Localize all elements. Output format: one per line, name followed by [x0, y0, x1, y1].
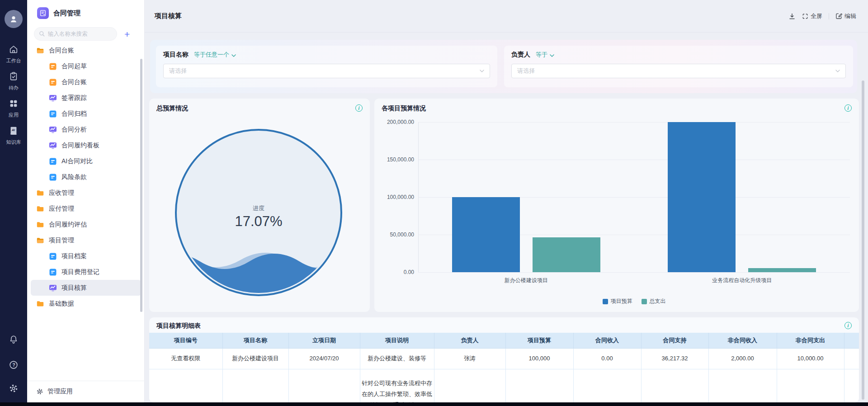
y-axis-tick-label: 200,000.00 — [376, 119, 414, 125]
fullscreen-button[interactable]: 全屏 — [802, 12, 822, 20]
sidebar-header: 合同管理 — [37, 7, 80, 19]
filter-operator-dropdown[interactable]: 等于 — [536, 51, 554, 59]
table-cell — [777, 369, 844, 402]
legend-item-项目预算[interactable]: 项目预算 — [603, 297, 632, 305]
page-header: 项目核算 全屏 编辑 — [145, 0, 868, 33]
filter-value-select[interactable]: 请选择 — [163, 64, 490, 78]
doc-icon — [49, 110, 57, 118]
legend-item-总支出[interactable]: 总支出 — [642, 297, 666, 305]
sidebar-item-label: AI合同对比 — [61, 157, 93, 165]
fullscreen-label: 全屏 — [811, 12, 822, 20]
y-axis-line — [418, 122, 419, 272]
knowledge-icon: AI — [9, 129, 19, 137]
sidebar-item-label: 合同分析 — [61, 126, 87, 134]
svg-text:AI: AI — [11, 128, 15, 132]
avatar[interactable] — [5, 10, 23, 28]
help-button[interactable]: ? — [0, 360, 27, 372]
help-icon: ? — [9, 360, 19, 372]
edit-icon — [835, 13, 842, 19]
manage-app-button[interactable]: 管理应用 — [27, 381, 145, 401]
sidebar-item-应收管理[interactable]: 应收管理 — [31, 185, 141, 201]
sidebar-item-AI合同对比[interactable]: AI合同对比 — [31, 153, 141, 169]
sidebar-item-项目档案[interactable]: 项目档案 — [31, 248, 141, 264]
filter-operator-label: 等于 — [536, 51, 547, 59]
sidebar-item-签署跟踪[interactable]: 签署跟踪 — [31, 90, 141, 106]
chevron-down-icon — [231, 52, 236, 58]
settings-button[interactable] — [0, 383, 27, 395]
sidebar-item-label: 合同起草 — [61, 62, 87, 71]
chart-icon — [49, 94, 57, 102]
rail-item-home[interactable]: 工作台 — [0, 44, 27, 64]
filter-field-label: 负责人 — [511, 51, 530, 59]
y-axis-tick-label: 150,000.00 — [376, 156, 414, 163]
bar-总支出-新办公楼建设项目 — [533, 237, 600, 272]
sidebar-item-合同履约评估[interactable]: 合同履约评估 — [31, 217, 141, 232]
filter-value-select[interactable]: 请选择 — [511, 64, 846, 78]
page-scrollbar[interactable] — [862, 80, 864, 400]
sidebar-item-label: 合同归档 — [61, 110, 87, 118]
sidebar-item-项目管理[interactable]: 项目管理 — [31, 232, 141, 248]
bell-icon — [9, 335, 19, 346]
y-axis-tick-label: 0.00 — [376, 269, 414, 275]
sidebar-item-label: 签署跟踪 — [61, 94, 87, 102]
sidebar-item-项目核算[interactable]: 项目核算 — [31, 280, 141, 296]
filter-field-label: 项目名称 — [163, 51, 189, 59]
column-header: 立项日期 — [288, 333, 360, 348]
svg-text:?: ? — [13, 363, 15, 368]
table-cell: 2,000.00 — [708, 348, 777, 369]
bell-button[interactable] — [0, 335, 27, 346]
header-divider — [829, 13, 829, 19]
rail-item-knowledge[interactable]: AI知识库 — [0, 126, 27, 146]
info-icon[interactable]: i — [844, 104, 852, 112]
search-input[interactable]: 输入名称来搜索 — [34, 27, 117, 41]
sidebar-item-合同起草[interactable]: 合同起草 — [31, 58, 141, 74]
doc-icon — [49, 62, 57, 71]
column-header: 合同收入 — [573, 333, 641, 348]
gear-icon — [36, 388, 43, 395]
card-title: 各项目预算情况 — [382, 104, 426, 113]
sidebar-item-应付管理[interactable]: 应付管理 — [31, 201, 141, 217]
doc-icon — [49, 78, 57, 86]
table-cell: 张涛 — [434, 348, 505, 369]
sidebar-item-基础数据[interactable]: 基础数据 — [31, 296, 141, 312]
settings-icon — [9, 383, 19, 395]
app-logo-icon — [37, 7, 49, 19]
rail-item-label: 工作台 — [0, 57, 27, 64]
sidebar-item-label: 合同履约评估 — [49, 221, 87, 229]
card-title: 项目核算明细表 — [156, 322, 201, 330]
sidebar-item-label: 基础数据 — [49, 300, 74, 308]
rail-item-label: 知识库 — [0, 139, 27, 146]
chevron-down-icon — [550, 52, 554, 58]
sidebar-item-合同分析[interactable]: 合同分析 — [31, 122, 141, 137]
sidebar-item-风险条款[interactable]: 风险条款 — [31, 169, 141, 185]
table-cell — [641, 369, 708, 402]
filter-operator-dropdown[interactable]: 等于任意一个 — [194, 51, 236, 59]
table-cell: 36,217.32 — [641, 348, 708, 369]
sidebar-scrollbar[interactable] — [140, 59, 142, 312]
table-cell: 10,000.00 — [777, 348, 844, 369]
edit-button[interactable]: 编辑 — [835, 12, 856, 20]
sidebar-item-合同台账[interactable]: 合同台账 — [31, 74, 141, 90]
sidebar-item-项目费用登记[interactable]: 项目费用登记 — [31, 264, 141, 280]
legend-label: 项目预算 — [611, 297, 632, 305]
filter-panel: 项目名称等于任意一个请选择负责人等于请选择 — [150, 40, 857, 93]
rail-item-todo[interactable]: 待办 — [0, 71, 27, 91]
download-button[interactable] — [788, 13, 796, 20]
folder-icon — [36, 205, 44, 213]
add-button[interactable]: + — [124, 29, 130, 39]
legend-swatch — [603, 299, 608, 304]
info-icon[interactable]: i — [355, 104, 363, 112]
search-icon — [39, 31, 45, 37]
chevron-down-icon — [835, 70, 840, 72]
sidebar-item-合同归档[interactable]: 合同归档 — [31, 106, 141, 122]
info-icon[interactable]: i — [844, 322, 852, 329]
liquid-gauge — [168, 122, 349, 303]
sidebar-item-label: 风险条款 — [61, 173, 87, 181]
table-cell: 100,000 — [505, 348, 573, 369]
rail-item-apps[interactable]: 应用 — [0, 99, 27, 118]
folder-icon — [36, 236, 44, 245]
sidebar-item-合同台账[interactable]: 合同台账 — [31, 42, 141, 58]
sidebar-item-合同履约看板[interactable]: 合同履约看板 — [31, 137, 141, 153]
chart-legend: 项目预算总支出 — [418, 297, 850, 305]
fullscreen-icon — [802, 13, 808, 19]
